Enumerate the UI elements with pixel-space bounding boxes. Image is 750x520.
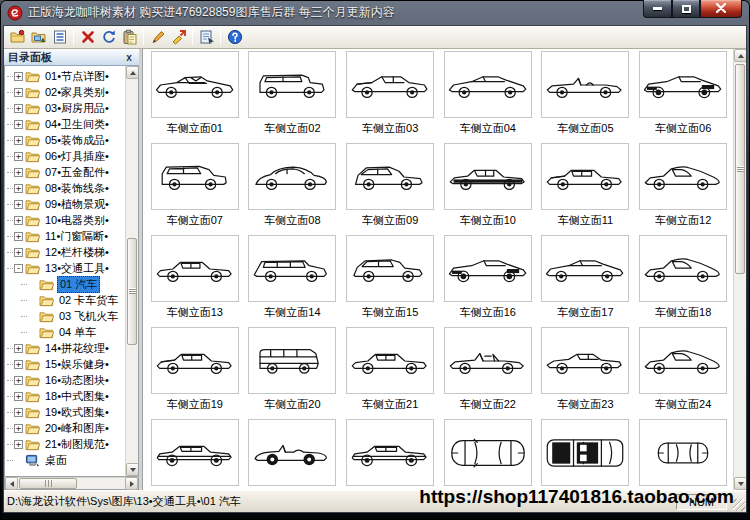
tree-item[interactable]: 03 飞机火车 <box>7 308 125 324</box>
refresh-icon[interactable] <box>98 27 119 47</box>
expand-plus-icon[interactable]: + <box>14 152 23 161</box>
block-cell[interactable]: 车平面01 <box>440 419 536 490</box>
block-cell[interactable]: 车侧立面24 <box>635 327 731 415</box>
tree-item[interactable]: +02•家具类别• <box>7 84 125 100</box>
scroll-left-icon[interactable] <box>5 477 18 490</box>
block-cell[interactable]: 车平面03 <box>635 419 731 490</box>
scroll-up-icon[interactable] <box>126 66 139 79</box>
tree-item[interactable]: +08•装饰线条• <box>7 180 125 196</box>
block-cell[interactable]: 车侧立面20 <box>245 327 341 415</box>
block-cell[interactable]: 车侧立面13 <box>147 235 243 323</box>
tree-item[interactable]: +01•节点详图• <box>7 68 125 84</box>
tree-item[interactable]: -13•交通工具• <box>7 260 125 276</box>
paste-icon[interactable] <box>119 27 140 47</box>
delete-icon[interactable] <box>77 27 98 47</box>
block-cell[interactable]: 车侧立面19 <box>147 327 243 415</box>
block-cell[interactable]: 车侧立面21 <box>342 327 438 415</box>
tree-item[interactable]: 桌面 <box>7 452 125 468</box>
block-cell[interactable]: 车侧立面09 <box>342 143 438 231</box>
block-cell[interactable]: 车侧立面22 <box>440 327 536 415</box>
expand-plus-icon[interactable]: + <box>14 104 23 113</box>
expand-plus-icon[interactable]: + <box>14 216 23 225</box>
library-view-icon[interactable] <box>28 27 49 47</box>
close-button[interactable] <box>700 0 742 18</box>
tree-item[interactable]: +09•植物景观• <box>7 196 125 212</box>
block-cell[interactable]: 车侧立面26 <box>245 419 341 490</box>
help-icon[interactable] <box>224 27 245 47</box>
expand-plus-icon[interactable]: + <box>14 184 23 193</box>
tree-hscroll-thumb[interactable] <box>19 478 77 489</box>
expand-plus-icon[interactable]: + <box>14 248 23 257</box>
main-scroll-thumb[interactable] <box>735 64 745 274</box>
tree-item[interactable]: +18•中式图集• <box>7 388 125 404</box>
block-cell[interactable]: 车侧立面18 <box>635 235 731 323</box>
add-arrow-icon[interactable] <box>168 27 189 47</box>
tree-item[interactable]: +11•门窗隔断• <box>7 228 125 244</box>
block-cell[interactable]: 车侧立面10 <box>440 143 536 231</box>
block-cell[interactable]: 车侧立面11 <box>538 143 634 231</box>
help-book-icon[interactable] <box>196 27 217 47</box>
expand-plus-icon[interactable]: + <box>14 200 23 209</box>
expand-plus-icon[interactable]: + <box>14 88 23 97</box>
block-cell[interactable]: 车侧立面03 <box>342 51 438 139</box>
expand-plus-icon[interactable]: + <box>14 360 23 369</box>
tree-item[interactable]: +07•五金配件• <box>7 164 125 180</box>
main-vertical-scrollbar[interactable] <box>733 49 746 490</box>
block-cell[interactable]: 车侧立面16 <box>440 235 536 323</box>
scroll-right-icon[interactable] <box>125 477 138 490</box>
expand-plus-icon[interactable]: + <box>14 72 23 81</box>
expand-plus-icon[interactable]: + <box>14 408 23 417</box>
tree-item[interactable]: +16•动态图块• <box>7 372 125 388</box>
block-cell[interactable]: 车侧立面05 <box>538 51 634 139</box>
minimize-button[interactable] <box>643 0 672 18</box>
tree-item[interactable]: +12•栏杆楼梯• <box>7 244 125 260</box>
block-cell[interactable]: 车侧立面07 <box>147 143 243 231</box>
tree-item[interactable]: +03•厨房用品• <box>7 100 125 116</box>
tree-item[interactable]: +20•峰和图库• <box>7 420 125 436</box>
expand-plus-icon[interactable]: + <box>14 168 23 177</box>
brush-icon[interactable] <box>147 27 168 47</box>
block-cell[interactable]: 车侧立面12 <box>635 143 731 231</box>
tree-item[interactable]: +19•欧式图集• <box>7 404 125 420</box>
expand-plus-icon[interactable]: + <box>14 440 23 449</box>
block-cell[interactable]: 车侧立面15 <box>342 235 438 323</box>
expand-plus-icon[interactable]: + <box>14 392 23 401</box>
block-cell[interactable]: 车侧立面25 <box>147 419 243 490</box>
tree-vertical-scrollbar[interactable] <box>125 66 138 476</box>
block-cell[interactable]: 车侧立面27 <box>342 419 438 490</box>
block-cell[interactable]: 车侧立面02 <box>245 51 341 139</box>
titlebar[interactable]: 正版海龙咖啡树素材 购买进476928859图库售后群 每三个月更新内容 <box>0 0 750 25</box>
block-cell[interactable]: 车侧立面23 <box>538 327 634 415</box>
scroll-down-icon[interactable] <box>126 463 139 476</box>
block-cell[interactable]: 车侧立面17 <box>538 235 634 323</box>
expand-plus-icon[interactable]: + <box>14 424 23 433</box>
tree-item[interactable]: 04 单车 <box>7 324 125 340</box>
tree-item[interactable]: +05•装饰成品• <box>7 132 125 148</box>
panel-close-icon[interactable]: x <box>123 52 135 63</box>
tree-scroll-thumb[interactable] <box>127 238 137 345</box>
expand-plus-icon[interactable]: + <box>14 344 23 353</box>
tree-item[interactable]: +10•电器类别• <box>7 212 125 228</box>
tree-item[interactable]: +06•灯具插座• <box>7 148 125 164</box>
resize-grip[interactable] <box>733 499 745 511</box>
tree-item[interactable]: +21•制图规范• <box>7 436 125 452</box>
block-cell[interactable]: 车侧立面04 <box>440 51 536 139</box>
expand-plus-icon[interactable]: + <box>14 136 23 145</box>
tree-horizontal-scrollbar[interactable] <box>4 477 139 490</box>
expand-plus-icon[interactable]: + <box>14 232 23 241</box>
scroll-down-icon[interactable] <box>734 477 746 490</box>
block-cell[interactable]: 车侧立面01 <box>147 51 243 139</box>
block-cell[interactable]: 车平面02 <box>538 419 634 490</box>
scroll-up-icon[interactable] <box>734 49 746 62</box>
collapse-minus-icon[interactable]: - <box>14 264 23 273</box>
list-view-icon[interactable] <box>49 27 70 47</box>
tree-item[interactable]: +04•卫生间类• <box>7 116 125 132</box>
tree-item[interactable]: 02 卡车货车 <box>7 292 125 308</box>
tree-item[interactable]: +15•娱乐健身• <box>7 356 125 372</box>
expand-plus-icon[interactable]: + <box>14 120 23 129</box>
block-cell[interactable]: 车侧立面06 <box>635 51 731 139</box>
expand-plus-icon[interactable]: + <box>14 376 23 385</box>
maximize-button[interactable] <box>672 0 700 18</box>
open-folder-icon[interactable] <box>7 27 28 47</box>
block-cell[interactable]: 车侧立面08 <box>245 143 341 231</box>
